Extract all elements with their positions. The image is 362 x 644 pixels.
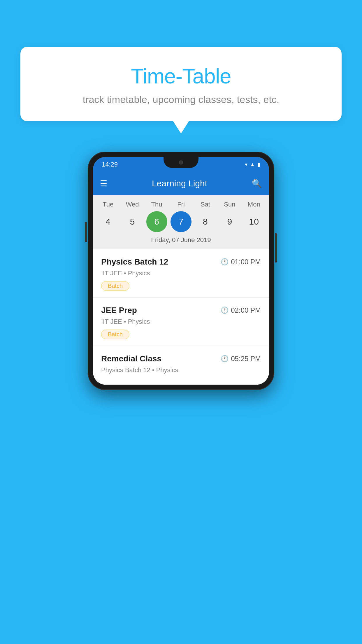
day-numbers: 4 5 6 7 8 9 10 bbox=[93, 208, 269, 232]
class-name: Physics Batch 12 bbox=[101, 257, 168, 267]
day-4[interactable]: 4 bbox=[98, 211, 119, 232]
class-time-3: 🕐 05:25 PM bbox=[221, 355, 261, 363]
signal-icon: ▲ bbox=[250, 162, 255, 168]
speech-bubble-container: Time-Table track timetable, upcoming cla… bbox=[20, 47, 342, 121]
day-header-sat: Sat bbox=[195, 201, 216, 208]
calendar-strip: Tue Wed Thu Fri Sat Sun Mon 4 5 6 7 8 9 … bbox=[93, 195, 269, 249]
class-item-physics-batch-12[interactable]: Physics Batch 12 🕐 01:00 PM IIT JEE • Ph… bbox=[93, 249, 269, 298]
class-detail: IIT JEE • Physics bbox=[101, 270, 261, 277]
bubble-subtitle: track timetable, upcoming classes, tests… bbox=[35, 94, 327, 105]
bubble-title: Time-Table bbox=[35, 64, 327, 88]
day-header-tue: Tue bbox=[98, 201, 119, 208]
app-bar: ☰ Learning Light 🔍 bbox=[93, 172, 269, 195]
class-time: 🕐 01:00 PM bbox=[221, 258, 261, 266]
batch-badge: Batch bbox=[101, 281, 129, 291]
day-header-fri: Fri bbox=[171, 201, 191, 208]
speech-bubble: Time-Table track timetable, upcoming cla… bbox=[20, 47, 342, 121]
class-item-header-2: JEE Prep 🕐 02:00 PM bbox=[101, 306, 261, 315]
class-name-2: JEE Prep bbox=[101, 306, 137, 315]
clock-icon-3: 🕐 bbox=[221, 355, 229, 363]
class-name-3: Remedial Class bbox=[101, 354, 161, 363]
class-item-remedial[interactable]: Remedial Class 🕐 05:25 PM Physics Batch … bbox=[93, 346, 269, 385]
class-item-jee-prep[interactable]: JEE Prep 🕐 02:00 PM IIT JEE • Physics Ba… bbox=[93, 298, 269, 346]
day-header-sun: Sun bbox=[219, 201, 240, 208]
notch-camera bbox=[179, 160, 183, 164]
day-8[interactable]: 8 bbox=[195, 211, 216, 232]
class-detail-2: IIT JEE • Physics bbox=[101, 318, 261, 326]
day-5[interactable]: 5 bbox=[122, 211, 143, 232]
batch-badge-2: Batch bbox=[101, 330, 129, 339]
phone-mockup: 14:29 ▾ ▲ ▮ ☰ Learning Light 🔍 Tue bbox=[88, 152, 274, 390]
status-icons: ▾ ▲ ▮ bbox=[245, 161, 260, 168]
class-detail-3: Physics Batch 12 • Physics bbox=[101, 366, 261, 374]
day-header-mon: Mon bbox=[243, 201, 264, 208]
day-10[interactable]: 10 bbox=[243, 211, 264, 232]
day-header-thu: Thu bbox=[146, 201, 167, 208]
class-item-header: Physics Batch 12 🕐 01:00 PM bbox=[101, 257, 261, 267]
search-icon[interactable]: 🔍 bbox=[252, 179, 262, 188]
menu-icon[interactable]: ☰ bbox=[100, 179, 107, 188]
day-6-today[interactable]: 6 bbox=[146, 211, 167, 232]
phone-screen: 14:29 ▾ ▲ ▮ ☰ Learning Light 🔍 Tue bbox=[93, 157, 269, 385]
selected-date-label: Friday, 07 June 2019 bbox=[93, 232, 269, 249]
class-time-2: 🕐 02:00 PM bbox=[221, 306, 261, 314]
battery-icon: ▮ bbox=[257, 161, 260, 168]
clock-icon-2: 🕐 bbox=[221, 307, 229, 314]
wifi-icon: ▾ bbox=[245, 161, 247, 168]
notch bbox=[164, 157, 198, 168]
phone-outer: 14:29 ▾ ▲ ▮ ☰ Learning Light 🔍 Tue bbox=[88, 152, 274, 390]
class-list: Physics Batch 12 🕐 01:00 PM IIT JEE • Ph… bbox=[93, 249, 269, 385]
app-title: Learning Light bbox=[113, 178, 246, 188]
status-time: 14:29 bbox=[102, 161, 118, 168]
day-header-wed: Wed bbox=[122, 201, 143, 208]
day-9[interactable]: 9 bbox=[219, 211, 240, 232]
day-7-selected[interactable]: 7 bbox=[171, 211, 191, 232]
class-item-header-3: Remedial Class 🕐 05:25 PM bbox=[101, 354, 261, 363]
day-headers: Tue Wed Thu Fri Sat Sun Mon bbox=[93, 201, 269, 208]
clock-icon: 🕐 bbox=[221, 258, 229, 266]
status-bar: 14:29 ▾ ▲ ▮ bbox=[93, 157, 269, 172]
